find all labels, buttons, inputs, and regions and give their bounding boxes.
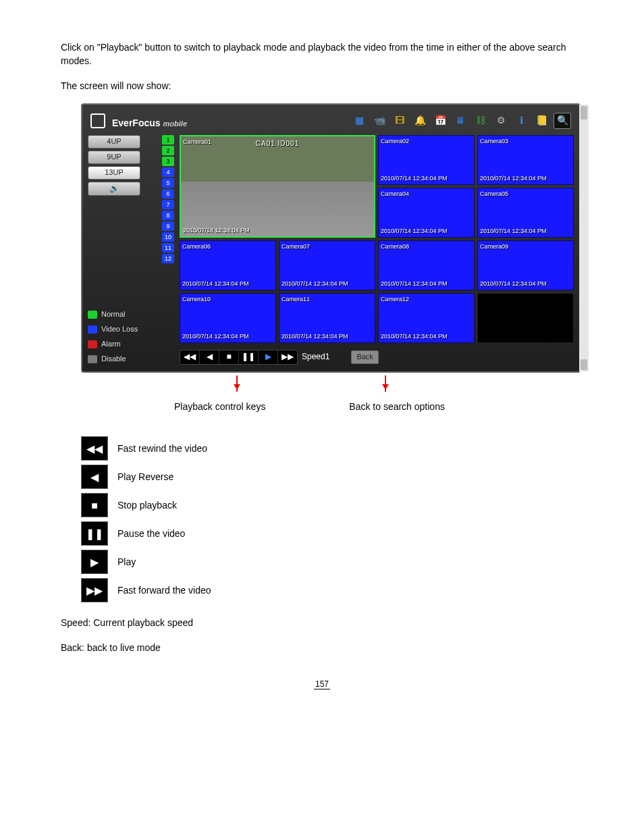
legend-swatch — [88, 355, 97, 363]
layout-13up[interactable]: 13UP — [88, 166, 140, 180]
camera-tile-06[interactable]: Camera062010/07/14 12:34:04 PM — [180, 240, 276, 290]
camera-tile-07[interactable]: Camera072010/07/14 12:34:04 PM — [279, 240, 375, 290]
camera-tile-09[interactable]: Camera092010/07/14 12:34:04 PM — [477, 240, 574, 290]
calendar-icon[interactable]: 📅 — [432, 113, 448, 128]
step-back-desc: Play Reverse — [117, 470, 173, 484]
step-back-button[interactable]: ◀ — [200, 350, 219, 364]
camera-tile-02[interactable]: Camera022010/07/14 12:34:04 PM — [378, 135, 475, 185]
arrow-back — [385, 375, 386, 392]
controls-callout-label: Playback control keys — [155, 400, 265, 413]
legend-lg-video: Video Loss — [88, 324, 174, 335]
channel-2[interactable]: 2 — [162, 146, 174, 155]
channel-8[interactable]: 8 — [162, 211, 174, 220]
brand-name: EverFocus — [112, 116, 161, 130]
callout-arrows — [81, 380, 567, 400]
grid-icon[interactable]: ▦ — [351, 113, 367, 128]
speed-note: Speed: Current playback speed — [61, 616, 583, 629]
brand-logo: EverFocus mobile — [90, 111, 187, 130]
reel-icon[interactable]: 🎞 — [392, 113, 408, 128]
pause-button[interactable]: ❚❚ — [239, 350, 259, 364]
pause-icon: ❚❚ — [81, 521, 108, 546]
pb-fast-rewind-row: ◀◀Fast rewind the video — [81, 436, 583, 461]
layout-4up[interactable]: 4UP — [88, 135, 140, 149]
intro-line-1: Click on "Playback" button to switch to … — [61, 41, 583, 68]
pb-stop-row: ■Stop playback — [81, 493, 583, 517]
play-button[interactable]: ▶ — [259, 350, 278, 364]
pause-desc: Pause the video — [117, 527, 185, 540]
info-icon[interactable]: ℹ — [513, 113, 529, 128]
camera-tile-05[interactable]: Camera052010/07/14 12:34:04 PM — [477, 188, 574, 238]
dvr-screenshot: EverFocus mobile ▦📹🎞🔔📅🖥⛓⚙ℹ📒🔍 4UP9UP13UP🔊… — [81, 103, 581, 373]
channel-3[interactable]: 3 — [162, 157, 174, 166]
stop-button[interactable]: ■ — [219, 350, 239, 364]
pb-play-row: ▶Play — [81, 550, 583, 574]
network-icon[interactable]: ⛓ — [473, 113, 489, 128]
channel-11[interactable]: 11 — [162, 243, 174, 253]
camera-icon[interactable]: 📹 — [371, 113, 387, 128]
gear-icon[interactable]: ⚙ — [493, 113, 509, 128]
channel-10[interactable]: 10 — [162, 232, 174, 242]
fast-rewind-desc: Fast rewind the video — [117, 442, 207, 455]
fast-forward-icon: ▶▶ — [81, 578, 108, 602]
camera-tile-11[interactable]: Camera112010/07/14 12:34:04 PM — [279, 293, 375, 343]
pb-fast-forward-row: ▶▶Fast forward the video — [81, 578, 583, 602]
legend-swatch — [88, 311, 97, 319]
legend-lg-alarm: Alarm — [88, 339, 174, 350]
play-icon: ▶ — [81, 550, 108, 574]
arrow-controls — [236, 375, 238, 392]
page-number: 157 — [61, 679, 583, 690]
pb-step-back-row: ◀Play Reverse — [81, 465, 583, 489]
logo-icon — [90, 113, 105, 128]
camera-tile-1[interactable]: Camera01CA01 ID0012010/07/14 12:34:04 PM — [180, 135, 375, 238]
legend-lg-disable: Disable — [88, 354, 174, 365]
channel-5[interactable]: 5 — [162, 178, 174, 188]
channel-4[interactable]: 4 — [162, 167, 174, 177]
legend-label: Normal — [101, 309, 125, 320]
back-note: Back: back to live mode — [61, 641, 583, 654]
log-icon[interactable]: 📒 — [533, 113, 549, 128]
channel-9[interactable]: 9 — [162, 221, 174, 231]
layout-9up[interactable]: 9UP — [88, 151, 140, 164]
camera-tile-04[interactable]: Camera042010/07/14 12:34:04 PM — [378, 188, 475, 238]
play-desc: Play — [117, 555, 136, 569]
brand-tag: mobile — [163, 119, 187, 130]
stop-icon: ■ — [81, 493, 108, 517]
audio-toggle[interactable]: 🔊 — [88, 182, 140, 196]
legend-label: Disable — [101, 354, 126, 365]
camera-tile-10[interactable]: Camera102010/07/14 12:34:04 PM — [180, 293, 276, 343]
channel-6[interactable]: 6 — [162, 189, 174, 199]
channel-1[interactable]: 1 — [162, 135, 174, 145]
back-callout-label: Back to search options — [349, 401, 445, 412]
pb-pause-row: ❚❚Pause the video — [81, 521, 583, 546]
legend-swatch — [88, 340, 97, 348]
fast-rewind-button[interactable]: ◀◀ — [180, 350, 200, 364]
speed-label: Speed1 — [302, 351, 329, 363]
legend-swatch — [88, 325, 97, 334]
channel-7[interactable]: 7 — [162, 200, 174, 209]
fast-rewind-icon: ◀◀ — [81, 436, 108, 461]
stop-desc: Stop playback — [117, 498, 177, 512]
fast-forward-button[interactable]: ▶▶ — [278, 350, 297, 364]
camera-tile-empty[interactable] — [477, 293, 574, 343]
search-icon[interactable]: 🔍 — [554, 113, 571, 129]
monitor-icon[interactable]: 🖥 — [452, 113, 468, 128]
camera-tile-12[interactable]: Camera122010/07/14 12:34:04 PM — [378, 293, 475, 343]
legend-label: Video Loss — [101, 324, 138, 335]
legend-lg-normal: Normal — [88, 309, 174, 320]
legend-label: Alarm — [101, 339, 121, 350]
camera-tile-08[interactable]: Camera082010/07/14 12:34:04 PM — [378, 240, 475, 290]
back-button[interactable]: Back — [351, 350, 378, 364]
fast-forward-desc: Fast forward the video — [117, 583, 211, 597]
scrollbar[interactable] — [579, 105, 589, 371]
bell-icon[interactable]: 🔔 — [412, 113, 428, 128]
channel-12[interactable]: 12 — [162, 254, 174, 263]
intro-line-2: The screen will now show: — [61, 79, 583, 93]
step-back-icon: ◀ — [81, 465, 108, 489]
camera-tile-03[interactable]: Camera032010/07/14 12:34:04 PM — [477, 135, 574, 185]
